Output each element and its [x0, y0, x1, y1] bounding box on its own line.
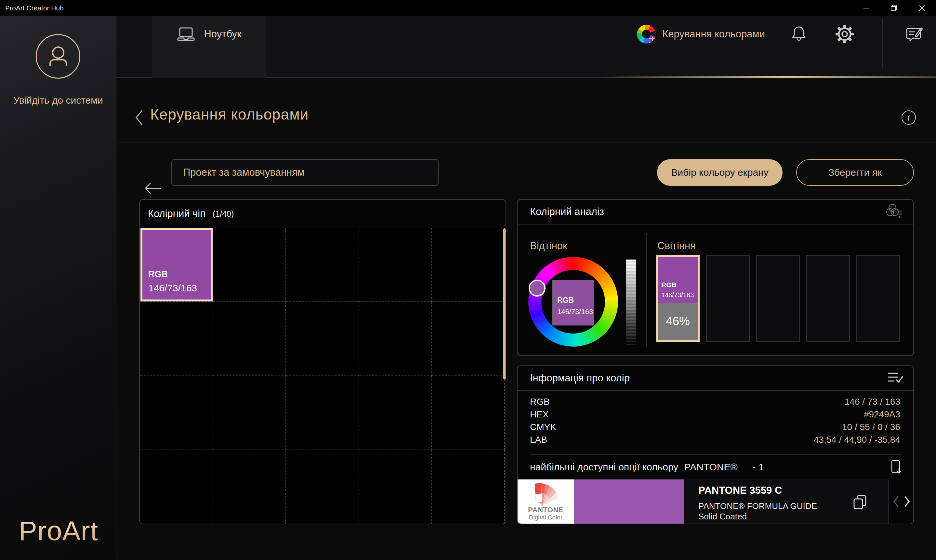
pantone-fan-icon — [531, 482, 560, 506]
color-chip-count: (1/40) — [213, 209, 234, 218]
arrow-left-icon — [143, 181, 162, 195]
chip-cell-empty — [213, 302, 286, 376]
sign-in-link[interactable]: Увійдіть до системи — [0, 95, 116, 106]
wheel-rgb-label: RGB — [557, 296, 594, 305]
close-icon — [919, 5, 925, 12]
glow-rgb-value: 146/73/163 — [661, 291, 698, 299]
chip-cell-empty — [432, 450, 505, 524]
tab-notebook[interactable]: Ноутбук — [152, 16, 266, 78]
project-back-button[interactable] — [143, 178, 163, 198]
pantone-options-header: найбільші доступні опції кольору PANTONE… — [530, 454, 902, 480]
save-as-button[interactable]: Зберегти як — [796, 159, 914, 186]
window-controls — [852, 0, 936, 16]
user-avatar[interactable] — [36, 34, 80, 78]
notifications-button[interactable] — [790, 25, 807, 43]
analysis-section-divider — [646, 233, 647, 346]
glow-chip-empty[interactable] — [756, 255, 800, 342]
hue-wheel-handle[interactable] — [529, 280, 546, 297]
color-sliders-glyph — [649, 36, 658, 45]
chip-cell-empty — [359, 228, 432, 302]
main-area: Ноутбук Керування кольорами — [116, 16, 936, 560]
laptop-icon — [177, 26, 195, 42]
export-list-icon[interactable] — [890, 460, 902, 474]
page-title: Керування кольорами — [150, 106, 309, 123]
info-row-cmyk: CMYK 10 / 55 / 0 / 36 — [530, 423, 900, 432]
feedback-button[interactable] — [905, 25, 924, 43]
chip-cell-empty — [286, 228, 359, 302]
chip-cell-empty — [140, 376, 213, 450]
info-icon[interactable]: i — [902, 111, 916, 125]
chip-cell-empty — [140, 302, 213, 376]
project-name-input[interactable] — [171, 159, 439, 186]
pantone-result-row[interactable]: PANTONE Digital Color PANTONE 3559 C PAN… — [518, 480, 914, 524]
tab-notebook-label: Ноутбук — [204, 28, 241, 40]
info-label: LAB — [530, 435, 547, 445]
info-label: RGB — [530, 397, 550, 407]
chip-cell-empty — [286, 376, 359, 450]
proart-logo: ProArt — [19, 515, 98, 547]
color-chip-panel: Колірний чіп (1/40) RGB 146/73/163 — [139, 199, 506, 524]
info-value: #9249A3 — [864, 409, 900, 420]
venn-sliders-icon[interactable] — [885, 203, 904, 220]
chip-cell-empty — [432, 302, 505, 376]
glow-chip-color: RGB 146/73/163 — [658, 257, 698, 303]
glow-percent: 46% — [658, 303, 698, 340]
chip-cell-empty — [359, 450, 432, 524]
list-check-icon[interactable] — [887, 371, 904, 385]
restore-icon — [890, 4, 898, 12]
color-info-header: Інформація про колір — [518, 366, 913, 391]
chip-cell-empty — [286, 302, 359, 376]
minimize-icon — [862, 5, 870, 12]
color-chip-title: Колірний чіп — [148, 208, 205, 220]
nav-color-management-label[interactable]: Керування кольорами — [662, 28, 765, 40]
window-titlebar: ProArt Creator Hub — [0, 0, 936, 16]
pantone-heading: найбільші доступні опції кольору — [530, 462, 678, 472]
nav-right-group: Керування кольорами — [637, 16, 936, 52]
page-header: Керування кольорами i — [116, 78, 936, 143]
settings-button[interactable] — [835, 25, 854, 43]
glow-chip-empty[interactable] — [806, 255, 850, 342]
feedback-pencil-icon — [905, 25, 924, 43]
chip-cell-empty — [286, 450, 359, 524]
pantone-count: - 1 — [753, 462, 890, 472]
pantone-logo-sub: Digital Color — [529, 514, 563, 521]
sidebar: Увійдіть до системи ProArt — [0, 16, 116, 560]
wheel-rgb-value: 146/73/163 — [557, 308, 594, 316]
person-icon — [46, 44, 71, 69]
chip-cell-empty — [359, 302, 432, 376]
info-value: 10 / 55 / 0 / 36 — [842, 422, 900, 432]
color-chip-swatch[interactable]: RGB 146/73/163 — [140, 228, 213, 302]
chevron-left-icon[interactable] — [893, 496, 900, 508]
glow-chip-empty[interactable] — [706, 255, 750, 342]
pantone-brand: PANTONE® — [684, 462, 737, 472]
glow-chip-selected[interactable]: RGB 146/73/163 46% — [656, 255, 700, 342]
info-row-hex: HEX #9249A3 — [530, 410, 900, 419]
pick-screen-color-button[interactable]: Вибір кольору екрану — [657, 159, 783, 186]
copy-icon[interactable] — [851, 494, 868, 511]
page-back-button[interactable] — [132, 108, 146, 127]
chip-cell-selected[interactable]: RGB 146/73/163 — [140, 228, 213, 302]
hue-color-wheel[interactable]: RGB 146/73/163 — [528, 257, 618, 346]
info-row-lab: LAB 43,54 / 44,90 / -35,84 — [530, 435, 900, 445]
color-info-panel: Інформація про колір RGB 146 / 73 / 163 … — [517, 365, 914, 524]
color-management-icon — [637, 25, 656, 43]
top-navigation: Ноутбук Керування кольорами — [116, 16, 936, 78]
chip-cell-empty — [140, 450, 213, 524]
restore-button[interactable] — [880, 0, 908, 16]
chip-cell-empty — [213, 228, 286, 302]
nav-divider — [882, 19, 883, 68]
chip-rgb-value: 146/73/163 — [148, 283, 205, 294]
close-button[interactable] — [908, 0, 936, 16]
glow-section-label: Світіння — [657, 240, 696, 252]
color-info-rows: RGB 146 / 73 / 163 HEX #9249A3 CMYK 10 /… — [530, 397, 900, 445]
glow-rgb-label: RGB — [661, 281, 698, 289]
chip-grid-scrollbar[interactable] — [503, 228, 506, 379]
chip-cell-empty — [432, 376, 505, 450]
chip-cell-empty — [213, 376, 286, 450]
chevron-right-icon[interactable] — [904, 496, 911, 508]
minimize-button[interactable] — [852, 0, 880, 16]
luminance-slider[interactable] — [626, 260, 636, 345]
info-label: CMYK — [530, 422, 556, 432]
glow-chip-empty[interactable] — [856, 255, 900, 342]
color-chip-header: Колірний чіп (1/40) — [140, 200, 506, 228]
